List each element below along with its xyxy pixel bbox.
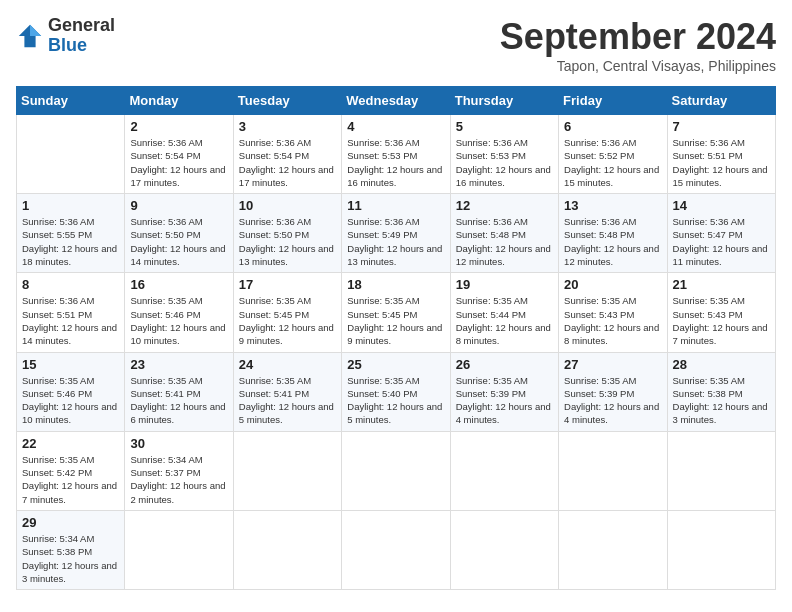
calendar-cell: 28Sunrise: 5:35 AMSunset: 5:38 PMDayligh… <box>667 352 775 431</box>
day-info: Sunrise: 5:36 AMSunset: 5:51 PMDaylight:… <box>673 136 770 189</box>
calendar-cell: 1Sunrise: 5:36 AMSunset: 5:55 PMDaylight… <box>17 194 125 273</box>
day-number: 4 <box>347 119 444 134</box>
day-info: Sunrise: 5:36 AMSunset: 5:54 PMDaylight:… <box>130 136 227 189</box>
day-info: Sunrise: 5:36 AMSunset: 5:51 PMDaylight:… <box>22 294 119 347</box>
day-number: 19 <box>456 277 553 292</box>
calendar-cell: 9Sunrise: 5:36 AMSunset: 5:50 PMDaylight… <box>125 194 233 273</box>
calendar-cell <box>17 115 125 194</box>
day-number: 2 <box>130 119 227 134</box>
day-info: Sunrise: 5:34 AMSunset: 5:37 PMDaylight:… <box>130 453 227 506</box>
calendar-cell <box>559 510 667 589</box>
calendar-week-row: 22Sunrise: 5:35 AMSunset: 5:42 PMDayligh… <box>17 431 776 510</box>
day-number: 24 <box>239 357 336 372</box>
day-of-week-header: Wednesday <box>342 87 450 115</box>
calendar-cell: 12Sunrise: 5:36 AMSunset: 5:48 PMDayligh… <box>450 194 558 273</box>
day-of-week-header: Thursday <box>450 87 558 115</box>
day-info: Sunrise: 5:36 AMSunset: 5:48 PMDaylight:… <box>456 215 553 268</box>
calendar-week-row: 29Sunrise: 5:34 AMSunset: 5:38 PMDayligh… <box>17 510 776 589</box>
calendar-cell: 7Sunrise: 5:36 AMSunset: 5:51 PMDaylight… <box>667 115 775 194</box>
day-of-week-header: Sunday <box>17 87 125 115</box>
day-number: 8 <box>22 277 119 292</box>
day-info: Sunrise: 5:35 AMSunset: 5:41 PMDaylight:… <box>239 374 336 427</box>
calendar-cell: 19Sunrise: 5:35 AMSunset: 5:44 PMDayligh… <box>450 273 558 352</box>
calendar-cell: 16Sunrise: 5:35 AMSunset: 5:46 PMDayligh… <box>125 273 233 352</box>
day-info: Sunrise: 5:36 AMSunset: 5:50 PMDaylight:… <box>239 215 336 268</box>
calendar-cell: 14Sunrise: 5:36 AMSunset: 5:47 PMDayligh… <box>667 194 775 273</box>
calendar-cell <box>667 431 775 510</box>
logo-text: General Blue <box>48 16 115 56</box>
month-title: September 2024 <box>500 16 776 58</box>
day-info: Sunrise: 5:36 AMSunset: 5:48 PMDaylight:… <box>564 215 661 268</box>
calendar-cell <box>342 510 450 589</box>
calendar-cell: 23Sunrise: 5:35 AMSunset: 5:41 PMDayligh… <box>125 352 233 431</box>
day-info: Sunrise: 5:35 AMSunset: 5:46 PMDaylight:… <box>22 374 119 427</box>
day-number: 22 <box>22 436 119 451</box>
day-number: 25 <box>347 357 444 372</box>
calendar-cell: 29Sunrise: 5:34 AMSunset: 5:38 PMDayligh… <box>17 510 125 589</box>
day-info: Sunrise: 5:35 AMSunset: 5:44 PMDaylight:… <box>456 294 553 347</box>
calendar-cell: 20Sunrise: 5:35 AMSunset: 5:43 PMDayligh… <box>559 273 667 352</box>
location-title: Tapon, Central Visayas, Philippines <box>500 58 776 74</box>
day-info: Sunrise: 5:35 AMSunset: 5:40 PMDaylight:… <box>347 374 444 427</box>
day-number: 27 <box>564 357 661 372</box>
day-info: Sunrise: 5:36 AMSunset: 5:55 PMDaylight:… <box>22 215 119 268</box>
day-info: Sunrise: 5:35 AMSunset: 5:43 PMDaylight:… <box>673 294 770 347</box>
day-number: 16 <box>130 277 227 292</box>
day-number: 3 <box>239 119 336 134</box>
svg-marker-1 <box>30 25 41 36</box>
calendar-cell: 4Sunrise: 5:36 AMSunset: 5:53 PMDaylight… <box>342 115 450 194</box>
day-info: Sunrise: 5:35 AMSunset: 5:46 PMDaylight:… <box>130 294 227 347</box>
title-block: September 2024 Tapon, Central Visayas, P… <box>500 16 776 74</box>
calendar-cell: 11Sunrise: 5:36 AMSunset: 5:49 PMDayligh… <box>342 194 450 273</box>
day-info: Sunrise: 5:35 AMSunset: 5:38 PMDaylight:… <box>673 374 770 427</box>
calendar-cell: 24Sunrise: 5:35 AMSunset: 5:41 PMDayligh… <box>233 352 341 431</box>
calendar-cell: 30Sunrise: 5:34 AMSunset: 5:37 PMDayligh… <box>125 431 233 510</box>
logo-general: General <box>48 16 115 36</box>
calendar-cell: 17Sunrise: 5:35 AMSunset: 5:45 PMDayligh… <box>233 273 341 352</box>
calendar-cell <box>559 431 667 510</box>
calendar-cell <box>342 431 450 510</box>
day-info: Sunrise: 5:35 AMSunset: 5:45 PMDaylight:… <box>347 294 444 347</box>
calendar-body: 2Sunrise: 5:36 AMSunset: 5:54 PMDaylight… <box>17 115 776 590</box>
calendar-cell: 5Sunrise: 5:36 AMSunset: 5:53 PMDaylight… <box>450 115 558 194</box>
day-info: Sunrise: 5:36 AMSunset: 5:50 PMDaylight:… <box>130 215 227 268</box>
logo-icon <box>16 22 44 50</box>
calendar-cell <box>450 510 558 589</box>
day-number: 1 <box>22 198 119 213</box>
day-number: 7 <box>673 119 770 134</box>
day-of-week-header: Tuesday <box>233 87 341 115</box>
day-info: Sunrise: 5:35 AMSunset: 5:42 PMDaylight:… <box>22 453 119 506</box>
day-number: 30 <box>130 436 227 451</box>
logo: General Blue <box>16 16 115 56</box>
day-number: 23 <box>130 357 227 372</box>
calendar-cell: 8Sunrise: 5:36 AMSunset: 5:51 PMDaylight… <box>17 273 125 352</box>
calendar-header-row: SundayMondayTuesdayWednesdayThursdayFrid… <box>17 87 776 115</box>
calendar-cell <box>450 431 558 510</box>
calendar-cell: 15Sunrise: 5:35 AMSunset: 5:46 PMDayligh… <box>17 352 125 431</box>
page-header: General Blue September 2024 Tapon, Centr… <box>16 16 776 74</box>
day-number: 15 <box>22 357 119 372</box>
day-number: 17 <box>239 277 336 292</box>
calendar-table: SundayMondayTuesdayWednesdayThursdayFrid… <box>16 86 776 590</box>
calendar-cell: 10Sunrise: 5:36 AMSunset: 5:50 PMDayligh… <box>233 194 341 273</box>
day-info: Sunrise: 5:36 AMSunset: 5:47 PMDaylight:… <box>673 215 770 268</box>
calendar-cell: 22Sunrise: 5:35 AMSunset: 5:42 PMDayligh… <box>17 431 125 510</box>
day-number: 9 <box>130 198 227 213</box>
day-info: Sunrise: 5:34 AMSunset: 5:38 PMDaylight:… <box>22 532 119 585</box>
day-info: Sunrise: 5:35 AMSunset: 5:45 PMDaylight:… <box>239 294 336 347</box>
day-info: Sunrise: 5:35 AMSunset: 5:43 PMDaylight:… <box>564 294 661 347</box>
calendar-week-row: 1Sunrise: 5:36 AMSunset: 5:55 PMDaylight… <box>17 194 776 273</box>
calendar-cell: 6Sunrise: 5:36 AMSunset: 5:52 PMDaylight… <box>559 115 667 194</box>
day-number: 20 <box>564 277 661 292</box>
day-info: Sunrise: 5:35 AMSunset: 5:39 PMDaylight:… <box>564 374 661 427</box>
day-info: Sunrise: 5:36 AMSunset: 5:49 PMDaylight:… <box>347 215 444 268</box>
day-number: 18 <box>347 277 444 292</box>
day-info: Sunrise: 5:36 AMSunset: 5:54 PMDaylight:… <box>239 136 336 189</box>
calendar-cell: 26Sunrise: 5:35 AMSunset: 5:39 PMDayligh… <box>450 352 558 431</box>
calendar-cell: 25Sunrise: 5:35 AMSunset: 5:40 PMDayligh… <box>342 352 450 431</box>
calendar-cell: 2Sunrise: 5:36 AMSunset: 5:54 PMDaylight… <box>125 115 233 194</box>
calendar-cell <box>233 510 341 589</box>
day-number: 5 <box>456 119 553 134</box>
calendar-cell <box>667 510 775 589</box>
day-info: Sunrise: 5:36 AMSunset: 5:53 PMDaylight:… <box>347 136 444 189</box>
